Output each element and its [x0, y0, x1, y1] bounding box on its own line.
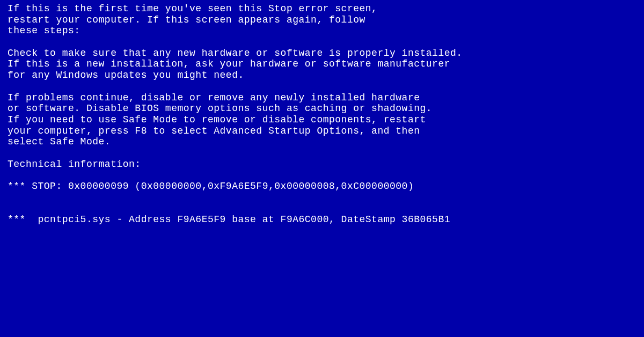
bsod-para3-line4: your computer, press F8 to select Advanc…	[8, 126, 636, 137]
blank-spacer	[8, 36, 636, 48]
bsod-para2-line3: for any Windows updates you might need.	[8, 70, 636, 81]
bsod-para1-line3: these steps:	[8, 25, 636, 36]
bsod-para3-line2: or software. Disable BIOS memory options…	[8, 103, 636, 114]
bsod-para3-line5: select Safe Mode.	[8, 136, 636, 148]
bsod-stop-code: *** STOP: 0x00000099 (0x00000000,0xF9A6E…	[8, 181, 636, 192]
blank-spacer	[8, 203, 636, 214]
bsod-para3-line1: If problems continue, disable or remove …	[8, 92, 636, 104]
bsod-para2-line2: If this is a new installation, ask your …	[8, 58, 636, 70]
bsod-para1-line1: If this is the first time you've seen th…	[8, 3, 636, 14]
bsod-para3-line3: If you need to use Safe Mode to remove o…	[8, 114, 636, 126]
bsod-driver-info: *** pcntpci5.sys - Address F9A6E5F9 base…	[8, 214, 636, 225]
bsod-para2-line1: Check to make sure that any new hardware…	[8, 48, 636, 59]
blank-spacer	[8, 81, 636, 92]
blank-spacer	[8, 170, 636, 181]
bsod-tech-header: Technical information:	[8, 159, 636, 170]
bsod-para1-line2: restart your computer. If this screen ap…	[8, 14, 636, 26]
blank-spacer	[8, 148, 636, 159]
blank-spacer	[8, 192, 636, 203]
